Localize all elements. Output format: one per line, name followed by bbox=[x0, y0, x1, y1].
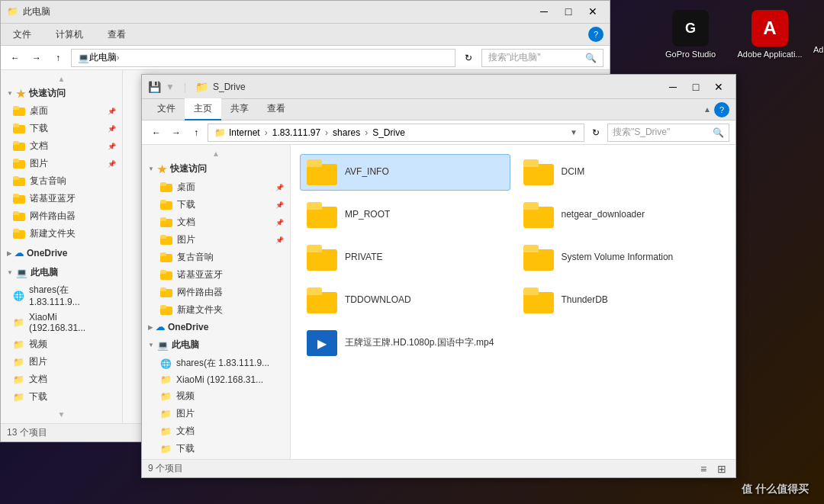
folder-icon-sysvolinfo bbox=[523, 245, 554, 271]
file-item-video[interactable]: ▶ 王牌逗王牌.HD.1080p.国语中字.mp4 bbox=[300, 325, 510, 361]
fg-s-bt[interactable]: 诺基亚蓝牙 bbox=[142, 266, 290, 284]
fg-s-docs[interactable]: 文档 📌 bbox=[142, 213, 290, 231]
fg-tab-home[interactable]: 主页 bbox=[185, 98, 221, 120]
fg-s-docs-pin: 📌 bbox=[275, 219, 284, 226]
bg-maximize-btn[interactable]: □ bbox=[558, 4, 579, 19]
bg-search-box[interactable]: 搜索"此电脑" 🔍 bbox=[481, 49, 604, 67]
fg-s-shares[interactable]: 🌐 shares(在 1.83.111.9... bbox=[142, 355, 290, 372]
file-name-mp-root: MP_ROOT bbox=[345, 209, 390, 221]
fg-back-btn[interactable]: ← bbox=[148, 124, 165, 141]
fg-s-docs2-label: 文档 bbox=[176, 425, 195, 438]
bg-address-box[interactable]: 💻 此电脑 › bbox=[71, 49, 455, 67]
bg-ribbon-computer[interactable]: 计算机 bbox=[50, 25, 89, 44]
fg-grid-view-btn[interactable]: ⊞ bbox=[714, 461, 729, 477]
bg-onedrive-header[interactable]: ▶ ☁ OneDrive bbox=[1, 246, 122, 261]
bg-desktop-pin: 📌 bbox=[108, 108, 116, 115]
fg-s-pics[interactable]: 图片 📌 bbox=[142, 231, 290, 249]
fg-s-audio[interactable]: 复古音响 bbox=[142, 249, 290, 266]
fg-undo-icon[interactable]: ▼ bbox=[166, 82, 175, 92]
fg-thispc-hdr[interactable]: ▼ 💻 此电脑 bbox=[142, 335, 290, 355]
bg-desktop-label: 桌面 bbox=[30, 104, 48, 117]
fg-expand-icon[interactable]: ▲ bbox=[703, 105, 711, 114]
fg-s-pics2[interactable]: 📁 图片 bbox=[142, 405, 290, 422]
file-item-tddownload[interactable]: TDDOWNLOAD bbox=[300, 282, 510, 319]
fg-s-dl-icon bbox=[160, 200, 172, 210]
bg-sidebar-newfolder[interactable]: 新建文件夹 bbox=[1, 225, 122, 242]
bg-refresh-btn[interactable]: ↻ bbox=[460, 50, 477, 66]
fg-onedrive-hdr[interactable]: ▶ ☁ OneDrive bbox=[142, 319, 290, 335]
fg-s-dl2[interactable]: 📁 下载 bbox=[142, 440, 290, 457]
bg-close-btn[interactable]: ✕ bbox=[582, 4, 604, 19]
fg-s-router[interactable]: 网件路由器 bbox=[142, 284, 290, 301]
file-name-avf: AVF_INFO bbox=[345, 166, 389, 178]
fg-address-path[interactable]: 📁 Internet › 1.83.111.97 › shares › S_Dr… bbox=[208, 124, 584, 142]
file-item-thunderdb[interactable]: ThunderDB bbox=[517, 282, 727, 319]
fg-tab-file[interactable]: 文件 bbox=[148, 98, 185, 120]
bg-sidebar-xiaomi[interactable]: 📁 XiaoMi (192.168.31... bbox=[1, 310, 122, 335]
fg-minimize-btn[interactable]: ─ bbox=[662, 79, 684, 95]
bg-thispc-label: 此电脑 bbox=[31, 266, 58, 279]
bg-up-btn[interactable]: ↑ bbox=[50, 50, 66, 66]
fg-folder-title-icon: 📁 bbox=[195, 81, 208, 93]
file-item-private[interactable]: PRIVATE bbox=[300, 239, 510, 276]
fg-s-desktop[interactable]: 桌面 📌 bbox=[142, 178, 290, 196]
bg-forward-btn[interactable]: → bbox=[28, 50, 45, 66]
adobe-app-icon[interactable]: A Adobe Applicati... bbox=[732, 4, 808, 65]
bg-sidebar-docs2[interactable]: 📁 文档 bbox=[1, 371, 122, 388]
bg-sidebar-dl2[interactable]: 📁 下载 bbox=[1, 388, 122, 406]
bg-onedrive-expand: ▶ bbox=[7, 250, 11, 257]
fg-search-box[interactable]: 搜索"S_Drive" 🔍 bbox=[607, 124, 729, 142]
bg-ribbon-view[interactable]: 查看 bbox=[101, 25, 132, 44]
file-item-sysvolinfo[interactable]: System Volume Information bbox=[517, 239, 727, 276]
bg-sidebar-desktop[interactable]: 桌面 📌 bbox=[1, 102, 122, 120]
fg-quick-access-hdr[interactable]: ▼ ★ 快速访问 bbox=[142, 159, 290, 178]
bg-search-placeholder: 搜索"此电脑" bbox=[488, 51, 541, 64]
fg-s-bt-label: 诺基亚蓝牙 bbox=[177, 268, 223, 281]
bg-sidebar-router[interactable]: 网件路由器 bbox=[1, 207, 122, 225]
bg-scroll-up: ▲ bbox=[1, 73, 122, 85]
bg-thispc-header[interactable]: ▼ 💻 此电脑 bbox=[1, 264, 122, 281]
fg-onedrive-expand: ▶ bbox=[148, 324, 153, 331]
fg-s-dl[interactable]: 下载 📌 bbox=[142, 196, 290, 213]
bg-sidebar-bt[interactable]: 诺基亚蓝牙 bbox=[1, 190, 122, 207]
fg-onedrive-cloud: ☁ bbox=[156, 322, 165, 332]
bg-sidebar-docs[interactable]: 文档 📌 bbox=[1, 137, 122, 155]
fg-tab-view[interactable]: 查看 bbox=[258, 98, 295, 120]
file-name-private: PRIVATE bbox=[345, 252, 383, 264]
bg-pics-pin: 📌 bbox=[108, 160, 116, 168]
bg-ribbon-file[interactable]: 文件 bbox=[7, 25, 37, 44]
after-effects-icon[interactable]: Ae Adobe After Effects CS6 bbox=[811, 4, 824, 65]
bg-minimize-btn[interactable]: ─ bbox=[533, 4, 555, 19]
bg-quick-access-header[interactable]: ▼ ★ 快速访问 bbox=[1, 85, 122, 102]
bg-back-btn[interactable]: ← bbox=[7, 50, 24, 66]
fg-list-view-btn[interactable]: ≡ bbox=[696, 461, 711, 477]
fg-tab-share[interactable]: 共享 bbox=[221, 98, 258, 120]
fg-help-btn[interactable]: ? bbox=[714, 102, 729, 117]
file-item-mp-root[interactable]: MP_ROOT bbox=[300, 197, 510, 233]
bg-sidebar-pics2[interactable]: 📁 图片 bbox=[1, 353, 122, 371]
bg-audio-folder-icon bbox=[13, 176, 25, 186]
fg-up-btn[interactable]: ↑ bbox=[188, 124, 204, 141]
bg-sidebar-pics[interactable]: 图片 📌 bbox=[1, 155, 122, 172]
fg-s-docs2[interactable]: 📁 文档 bbox=[142, 422, 290, 440]
gopro-studio-icon[interactable]: G GoPro Studio bbox=[652, 4, 729, 65]
fg-save-icon[interactable]: 💾 bbox=[148, 81, 161, 93]
bg-sidebar-video[interactable]: 📁 视频 bbox=[1, 335, 122, 353]
file-item-dcim[interactable]: DCIM bbox=[517, 154, 727, 191]
fg-refresh-btn[interactable]: ↻ bbox=[587, 124, 604, 141]
bg-sidebar-downloads[interactable]: 下载 📌 bbox=[1, 120, 122, 137]
fg-close-btn[interactable]: ✕ bbox=[708, 79, 729, 95]
bg-sidebar-shares[interactable]: 🌐 shares(在 1.83.111.9... bbox=[1, 281, 122, 310]
fg-s-newfolder[interactable]: 新建文件夹 bbox=[142, 301, 290, 319]
fg-s-videos[interactable]: 📁 视频 bbox=[142, 387, 290, 405]
fg-forward-btn[interactable]: → bbox=[168, 124, 185, 141]
fg-title-text: S_Drive bbox=[213, 82, 246, 92]
bg-pics-label: 图片 bbox=[30, 157, 48, 170]
file-item-netgear[interactable]: netgear_downloader bbox=[517, 197, 727, 233]
fg-s-xiaomi[interactable]: 📁 XiaoMi (192.168.31... bbox=[142, 372, 290, 387]
folder-icon-dcim bbox=[523, 159, 554, 185]
file-item-avf-info[interactable]: AVF_INFO bbox=[300, 154, 510, 191]
bg-sidebar-audio[interactable]: 复古音响 bbox=[1, 172, 122, 190]
bg-help-btn[interactable]: ? bbox=[588, 27, 604, 42]
fg-maximize-btn[interactable]: □ bbox=[685, 79, 707, 95]
